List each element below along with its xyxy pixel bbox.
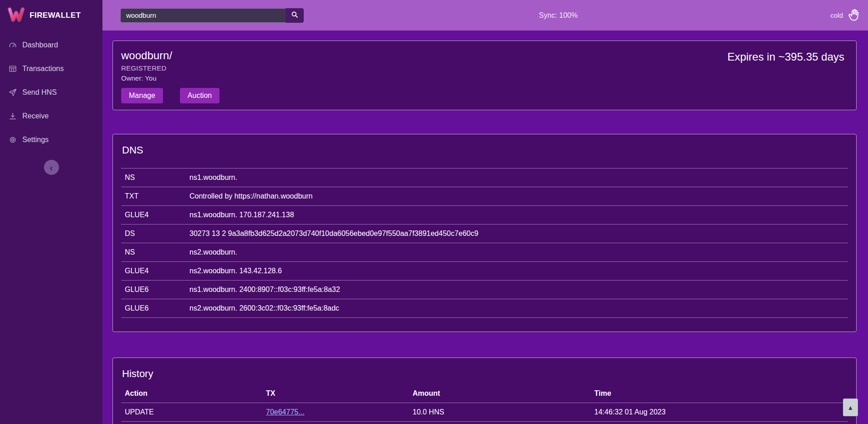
topbar: Sync: 100% cold (102, 0, 868, 31)
history-table: Action TX Amount Time UPDATE 70e64775...… (121, 385, 848, 424)
search-button[interactable] (286, 8, 304, 23)
history-amount: 10.0 HNS (409, 403, 591, 422)
sidebar-item-settings[interactable]: Settings (0, 128, 102, 152)
dns-record-value: ns1.woodburn. 2400:8907::f03c:93ff:fe5a:… (186, 281, 848, 299)
brand[interactable]: FIREWALLET (0, 0, 102, 31)
dns-table: NS ns1.woodburn. TXT Controlled by https… (121, 168, 848, 318)
sidebar-collapse-button[interactable]: ‹ (44, 160, 59, 175)
history-col-action: Action (121, 385, 262, 403)
dns-record-type: TXT (121, 187, 186, 206)
dns-record-value: ns2.woodburn. (186, 243, 848, 262)
dns-record-type: GLUE6 (121, 281, 186, 299)
dns-record-type: GLUE4 (121, 262, 186, 281)
history-col-amount: Amount (409, 385, 591, 403)
dns-record-type: GLUE4 (121, 206, 186, 225)
dns-record-row: GLUE4 ns2.woodburn. 143.42.128.6 (121, 262, 848, 281)
sidebar-item-dashboard[interactable]: Dashboard (0, 33, 102, 57)
dns-record-value: ns2.woodburn. 143.42.128.6 (186, 262, 848, 281)
history-action: UPDATE (121, 403, 262, 422)
transactions-icon (9, 65, 17, 73)
expires-label: Expires in ~395.35 days (727, 51, 844, 63)
history-header-row: Action TX Amount Time (121, 385, 848, 403)
wallet-mode-label: cold (830, 11, 843, 19)
sidebar-item-label: Settings (22, 136, 49, 144)
dns-record-value: ns2.woodburn. 2600:3c02::f03c:93ff:fe5a:… (186, 299, 848, 318)
search-input[interactable] (120, 8, 286, 23)
sidebar-nav: Dashboard Transactions (0, 31, 102, 152)
sync-status: Sync: 100% (539, 11, 577, 20)
manage-button[interactable]: Manage (121, 88, 163, 103)
dns-record-row: TXT Controlled by https://nathan.woodbur… (121, 187, 848, 206)
sidebar: FIREWALLET Dashboard (0, 0, 102, 424)
history-card: History Action TX Amount Time UPDATE 70e… (112, 358, 857, 424)
sidebar-item-send-hns[interactable]: Send HNS (0, 81, 102, 104)
history-row: RENEW d7c05f18... 10.0 HNS 15:45:06 07 F… (121, 422, 848, 424)
sidebar-item-label: Transactions (22, 65, 64, 73)
sidebar-item-receive[interactable]: Receive (0, 104, 102, 128)
dns-record-row: NS ns2.woodburn. (121, 243, 848, 262)
history-col-time: Time (591, 385, 848, 403)
dns-card: DNS NS ns1.woodburn. TXT Controlled by h… (112, 134, 857, 332)
app-title: FIREWALLET (30, 11, 81, 20)
dns-record-row: DS 30273 13 2 9a3a8fb3d625d2a2073d740f10… (121, 225, 848, 243)
history-row: UPDATE 70e64775... 10.0 HNS 14:46:32 01 … (121, 403, 848, 422)
dns-record-value: 30273 13 2 9a3a8fb3d625d2a2073d740f10da6… (186, 225, 848, 243)
scroll-to-top-button[interactable]: ▲ (843, 398, 858, 416)
history-title: History (122, 368, 848, 380)
sidebar-item-label: Receive (22, 112, 49, 120)
dns-record-type: NS (121, 169, 186, 187)
dns-record-value: ns1.woodburn. (186, 169, 848, 187)
sidebar-item-label: Send HNS (22, 88, 57, 97)
chevron-up-icon: ▲ (848, 404, 854, 411)
wallet-status: cold (830, 8, 861, 22)
dns-record-row: GLUE6 ns1.woodburn. 2400:8907::f03c:93ff… (121, 281, 848, 299)
domain-actions: Manage Auction (121, 88, 848, 103)
search-icon (291, 11, 298, 20)
auction-button[interactable]: Auction (180, 88, 220, 103)
dns-title: DNS (122, 144, 848, 156)
receive-icon (9, 112, 17, 120)
hand-icon[interactable] (847, 8, 861, 22)
dns-record-row: GLUE4 ns1.woodburn. 170.187.241.138 (121, 206, 848, 225)
history-time: 14:46:32 01 Aug 2023 (591, 403, 848, 422)
dns-record-type: GLUE6 (121, 299, 186, 318)
search-group (120, 8, 304, 23)
dns-record-type: DS (121, 225, 186, 243)
dns-record-value: ns1.woodburn. 170.187.241.138 (186, 206, 848, 225)
send-icon (9, 88, 17, 97)
sidebar-item-transactions[interactable]: Transactions (0, 57, 102, 81)
history-time: 15:45:06 07 Feb 2023 (591, 422, 848, 424)
sidebar-item-label: Dashboard (22, 41, 58, 49)
dns-record-row: NS ns1.woodburn. (121, 169, 848, 187)
history-amount: 10.0 HNS (409, 422, 591, 424)
dns-record-type: NS (121, 243, 186, 262)
history-col-tx: TX (262, 385, 409, 403)
domain-owner: Owner: You (121, 74, 848, 82)
tx-link[interactable]: 70e64775... (266, 408, 305, 416)
main-content: woodburn/ REGISTERED Owner: You Manage A… (102, 31, 868, 424)
history-action: RENEW (121, 422, 262, 424)
settings-gear-icon (9, 136, 17, 144)
dashboard-icon (9, 41, 17, 49)
dns-record-value: Controlled by https://nathan.woodburn (186, 187, 848, 206)
chevron-left-icon: ‹ (50, 163, 53, 172)
domain-card: woodburn/ REGISTERED Owner: You Manage A… (112, 41, 857, 110)
dns-record-row: GLUE6 ns2.woodburn. 2600:3c02::f03c:93ff… (121, 299, 848, 318)
firewallet-logo-icon (8, 7, 25, 24)
domain-status: REGISTERED (121, 64, 848, 72)
